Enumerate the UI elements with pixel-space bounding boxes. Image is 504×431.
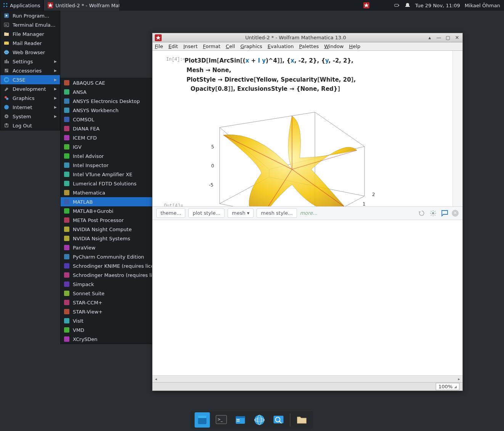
menu-item-label: System (13, 114, 51, 119)
main-menu-item-file-manager[interactable]: File Manager (0, 29, 60, 39)
menubar-window[interactable]: Window (324, 43, 343, 49)
replay-icon[interactable] (417, 209, 426, 217)
folder-icon (3, 31, 10, 37)
applications-button[interactable]: Applications (0, 0, 43, 11)
submenu-item-ansa[interactable]: ANSA (61, 87, 165, 96)
username[interactable]: Mikael Öhman (465, 3, 500, 8)
submenu-item-lumerical-fdtd-solutions[interactable]: Lumerical FDTD Solutions (61, 179, 165, 188)
main-menu-item-run-program-[interactable]: Run Program... (0, 11, 60, 20)
dock-show-desktop[interactable] (195, 412, 210, 428)
submenu-item-ansys-workbench[interactable]: ANSYS Workbench (61, 106, 165, 115)
menubar-palettes[interactable]: Palettes (299, 43, 319, 49)
submenu-item-intel-advisor[interactable]: Intel Advisor (61, 151, 165, 161)
main-menu-item-terminal-emulator[interactable]: >_Terminal Emulator (0, 20, 60, 29)
notebook-blank-area[interactable] (152, 220, 462, 376)
suggestion-more[interactable]: more... (300, 210, 318, 216)
notifications-icon[interactable] (404, 2, 411, 8)
submenu-item-abaqus-cae[interactable]: ABAQUS CAE (61, 78, 165, 87)
scroll-right-icon[interactable]: ▸ (456, 376, 462, 383)
submenu-item-schrodinger-maestro-requires-license-[interactable]: Schrodinger Maestro (requires license) (61, 270, 165, 280)
submenu-item-matlab-gurobi[interactable]: MATLAB+Gurobi (61, 206, 165, 216)
dock-file-manager[interactable] (233, 412, 248, 428)
submenu-item-igv[interactable]: IGV (61, 142, 165, 151)
submenu-item-intel-vtune-amplifier-xe[interactable]: Intel VTune Amplifier XE (61, 170, 165, 179)
submenu-item-xcrysden[interactable]: XCrySDen (61, 335, 165, 344)
nsight-compute-icon (64, 226, 70, 232)
dock-web-browser[interactable] (252, 412, 267, 428)
dock-folder[interactable] (294, 412, 310, 428)
submenu-item-pycharm-community-edition[interactable]: PyCharm Community Edition (61, 252, 165, 261)
menu-item-label: Log Out (13, 123, 57, 129)
menubar-file[interactable]: File (155, 43, 163, 49)
submenu-item-simpack[interactable]: Simpack (61, 280, 165, 289)
menubar-format[interactable]: Format (203, 43, 220, 49)
mathematica-tray-icon[interactable] (363, 2, 369, 8)
notebook-content[interactable]: In[4]:= Plot3D[Im[ArcSin[(x + I y)^4]], … (152, 51, 453, 206)
submenu-item-meta-post-processor[interactable]: META Post Processor (61, 216, 165, 225)
menubar-graphics[interactable]: Graphics (240, 43, 262, 49)
main-menu-item-internet[interactable]: Internet▶ (0, 103, 60, 112)
dock-search[interactable] (271, 412, 286, 428)
gear-burst-icon[interactable] (429, 209, 437, 217)
submenu-item-diana-fea[interactable]: DIANA FEA (61, 124, 165, 133)
submenu-item-label: ICEM CFD (73, 135, 162, 141)
menubar-help[interactable]: Help (349, 43, 361, 49)
icem-icon (64, 135, 70, 141)
suggestion-mesh-style[interactable]: mesh style... (257, 208, 297, 218)
minimize-button[interactable]: — (436, 35, 442, 41)
suggestion-plot-style[interactable]: plot style... (188, 208, 225, 218)
submenu-item-vmd[interactable]: VMD (61, 325, 165, 335)
plot3d-graphic: 5 0 -5 -2 -1 0 1 2 -2 -1 0 1 2 (181, 97, 395, 206)
submenu-item-nvidia-nsight-systems[interactable]: NVIDIA Nsight Systems (61, 234, 165, 243)
suggestion-mesh[interactable]: mesh ▾ (228, 208, 254, 218)
main-menu-item-system[interactable]: System▶ (0, 112, 60, 121)
menubar-edit[interactable]: Edit (169, 43, 178, 49)
menubar-evaluation[interactable]: Evaluation (268, 43, 294, 49)
code-cell[interactable]: Plot3D[Im[ArcSin[(x + I y)^4]], {x, -2, … (185, 56, 450, 94)
submenu-item-star-view-[interactable]: STAR-View+ (61, 307, 165, 316)
submenu-item-visit[interactable]: VisIt (61, 316, 165, 325)
plot3d-output[interactable]: 5 0 -5 -2 -1 0 1 2 -2 -1 0 1 2 (181, 97, 450, 206)
main-menu-item-log-out[interactable]: Log Out (0, 121, 60, 130)
svg-rect-40 (64, 181, 69, 186)
submenu-item-matlab[interactable]: MATLAB (61, 197, 165, 206)
maximize-button[interactable]: ▢ (445, 35, 451, 41)
main-menu-item-c3se[interactable]: C3SE▶ (0, 75, 60, 84)
dock-terminal[interactable]: >_ (214, 412, 229, 428)
chat-icon[interactable] (440, 209, 449, 217)
submenu-item-star-ccm-[interactable]: STAR-CCM+ (61, 298, 165, 307)
submenu-item-paraview[interactable]: ParaView (61, 243, 165, 252)
submenu-item-sonnet-suite[interactable]: Sonnet Suite (61, 289, 165, 298)
close-button[interactable]: ✕ (454, 35, 460, 41)
cell-bracket-column[interactable] (453, 51, 462, 206)
suggestion-close-icon[interactable]: ✕ (452, 210, 459, 217)
rollup-button[interactable]: ▴ (427, 35, 433, 41)
submenu-item-intel-inspector[interactable]: Intel Inspector (61, 161, 165, 170)
suggestion-theme[interactable]: theme... (156, 208, 185, 218)
main-menu-item-graphics[interactable]: Graphics▶ (0, 93, 60, 103)
main-menu-item-development[interactable]: Development▶ (0, 84, 60, 93)
clock[interactable]: Tue 29 Nov, 11:09 (415, 3, 460, 8)
submenu-item-comsol[interactable]: COMSOL (61, 115, 165, 124)
main-menu-item-accessories[interactable]: Accessories▶ (0, 66, 60, 75)
main-menu-item-mail-reader[interactable]: Mail Reader (0, 39, 60, 48)
taskbar-task-mathematica[interactable]: Untitled-2 * - Wolfram Mat… (43, 0, 120, 11)
main-menu-item-web-browser[interactable]: Web Browser (0, 48, 60, 57)
battery-icon[interactable] (394, 2, 400, 8)
titlebar[interactable]: Untitled-2 * - Wolfram Mathematica 13.0 … (152, 33, 462, 42)
submenu-item-icem-cfd[interactable]: ICEM CFD (61, 133, 165, 142)
submenu-item-mathematica[interactable]: Mathematica (61, 188, 165, 197)
menubar-cell[interactable]: Cell (226, 43, 235, 49)
submenu-item-label: ABAQUS CAE (73, 80, 162, 86)
svg-point-3 (6, 6, 8, 7)
svg-rect-56 (64, 327, 69, 333)
menubar-insert[interactable]: Insert (183, 43, 197, 49)
suggestion-bar: theme... plot style... mesh ▾ mesh style… (152, 206, 462, 220)
submenu-item-ansys-electronics-desktop[interactable]: ANSYS Electronics Desktop (61, 96, 165, 106)
submenu-item-schrodinger-knime-requires-license-[interactable]: Schrodinger KNIME (requires license) (61, 261, 165, 270)
zoom-selector[interactable]: 100% ◢ (436, 383, 459, 390)
horizontal-scrollbar[interactable]: ◂ ▸ (152, 375, 462, 382)
main-menu-item-settings[interactable]: Settings▶ (0, 57, 60, 66)
scroll-left-icon[interactable]: ◂ (152, 376, 159, 383)
submenu-item-nvidia-nsight-compute[interactable]: NVIDIA Nsight Compute (61, 225, 165, 234)
